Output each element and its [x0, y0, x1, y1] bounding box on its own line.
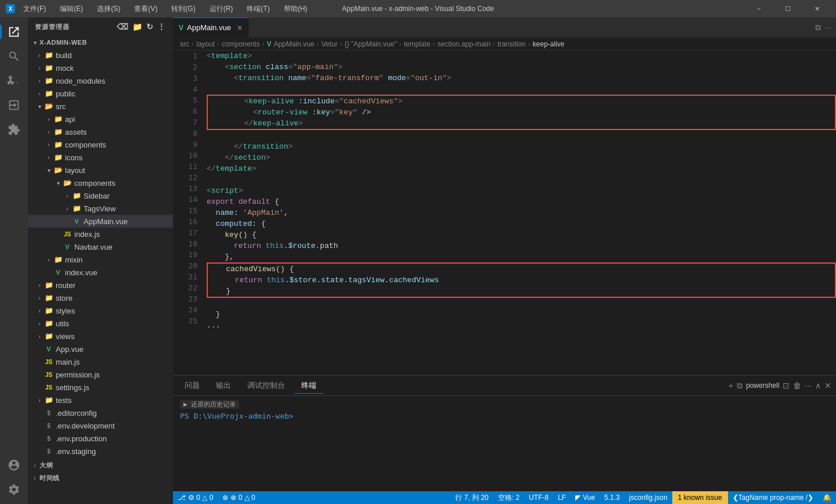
status-line-ending[interactable]: LF: [553, 491, 571, 504]
collapse-all-icon[interactable]: ⋮: [157, 22, 166, 31]
minimize-button[interactable]: −: [745, 0, 772, 17]
tree-item-src[interactable]: ▾ 📂 src: [28, 100, 173, 113]
tree-item-indexjs[interactable]: JS index.js: [28, 228, 173, 240]
crumb-obj[interactable]: {} "AppMain.vue": [345, 40, 397, 48]
tree-item-styles[interactable]: › 📁 styles: [28, 304, 173, 317]
tree-item-appmain[interactable]: V AppMain.vue: [28, 215, 173, 228]
crumb-template[interactable]: template: [403, 40, 430, 48]
crumb-components[interactable]: components: [222, 40, 260, 48]
tree-item-mainjs[interactable]: JS main.js: [28, 355, 173, 368]
tree-item-public[interactable]: › 📁 public: [28, 87, 173, 100]
tree-section-timeline[interactable]: › 时间线: [28, 471, 173, 484]
status-git-branch[interactable]: ⎇ ⚙ 0 △ 0: [173, 491, 218, 504]
tree-root[interactable]: ▾ X-ADMIN-WEB: [28, 36, 173, 49]
crumb-layout[interactable]: layout: [196, 40, 215, 48]
tree-item-tests[interactable]: › 📁 tests: [28, 394, 173, 406]
sidebar-header-icons[interactable]: ⌫ 📁 ↻ ⋮: [117, 22, 166, 31]
tree-item-layout[interactable]: ▾ 📂 layout: [28, 164, 173, 177]
maximize-button[interactable]: ☐: [774, 0, 801, 17]
tree-item-appvue[interactable]: V App.vue: [28, 343, 173, 355]
known-issue-badge[interactable]: 1 known issue: [672, 491, 728, 504]
crumb-transition[interactable]: transition: [498, 40, 526, 48]
crumb-section[interactable]: section.app-main: [437, 40, 490, 48]
close-button[interactable]: ✕: [803, 0, 830, 17]
activity-extensions[interactable]: [4, 120, 24, 139]
expand-icon[interactable]: ∧: [815, 381, 821, 390]
panel-tab-terminal[interactable]: 终端: [294, 378, 323, 394]
tree-item-tagsview[interactable]: › 📁 TagsView: [28, 202, 173, 215]
crumb-keepalive[interactable]: keep-alive: [533, 40, 565, 48]
activity-settings[interactable]: [4, 480, 24, 499]
crumb-vetur[interactable]: Vetur: [321, 40, 337, 48]
panel-tab-output[interactable]: 输出: [209, 378, 238, 394]
tree-item-settingsjs[interactable]: JS settings.js: [28, 381, 173, 394]
tree-item-icons[interactable]: › 📁 icons: [28, 151, 173, 164]
close-panel-icon[interactable]: ✕: [824, 381, 831, 390]
tree-item-utils[interactable]: › 📁 utils: [28, 317, 173, 330]
menu-file[interactable]: 文件(F): [20, 3, 49, 15]
tree-item-api[interactable]: › 📁 api: [28, 113, 173, 125]
tree-item-layout-components[interactable]: ▾ 📂 components: [28, 177, 173, 189]
new-file-icon[interactable]: ⌫: [117, 22, 129, 31]
split-terminal-icon[interactable]: ⧉: [737, 381, 743, 391]
tab-appmain[interactable]: V AppMain.vue ✕: [173, 17, 249, 37]
activity-search[interactable]: [4, 46, 24, 66]
panel-layout-icon[interactable]: ⊡: [783, 381, 790, 390]
activity-run[interactable]: [4, 95, 24, 115]
terminal-prompt-line[interactable]: PS D:\VueProjx-admin-web>: [180, 411, 829, 422]
status-encoding[interactable]: UTF-8: [524, 491, 553, 504]
status-spaces[interactable]: 空格: 2: [493, 491, 524, 504]
status-vue-version[interactable]: 5.1.3: [600, 491, 625, 504]
status-language[interactable]: ◤ Vue: [571, 491, 600, 504]
refresh-icon[interactable]: ↻: [146, 22, 154, 31]
menu-goto[interactable]: 转到(G): [168, 3, 199, 15]
more-actions-icon[interactable]: ···: [824, 23, 831, 32]
activity-source-control[interactable]: [4, 71, 24, 91]
menu-run[interactable]: 运行(R): [206, 3, 237, 15]
status-tag-name[interactable]: ❮TagName prop-name /❯: [728, 491, 818, 504]
add-terminal-icon[interactable]: +: [729, 381, 733, 390]
tree-item-mock[interactable]: › 📁 mock: [28, 62, 173, 74]
tree-item-sidebar[interactable]: › 📁 Sidebar: [28, 189, 173, 202]
menu-edit[interactable]: 编辑(E): [56, 3, 87, 15]
status-notifications[interactable]: 🔔: [818, 491, 836, 504]
tree-item-router[interactable]: › 📁 router: [28, 279, 173, 291]
split-editor-icon[interactable]: ⧉: [815, 23, 821, 33]
crumb-appmain[interactable]: AppMain.vue: [273, 40, 314, 48]
tree-item-env-staging[interactable]: $ .env.staging: [28, 445, 173, 458]
panel-tab-debug[interactable]: 调试控制台: [240, 378, 292, 394]
status-jsconfig[interactable]: jsconfig.json: [625, 491, 672, 504]
tree-item-store[interactable]: › 📁 store: [28, 291, 173, 304]
tree-item-editorconfig[interactable]: $ .editorconfig: [28, 406, 173, 419]
status-errors[interactable]: ⊗ ⊗ 0 △ 0: [218, 491, 260, 504]
tree-item-mixin[interactable]: › 📁 mixin: [28, 253, 173, 266]
new-folder-icon[interactable]: 📁: [132, 22, 143, 31]
menu-select[interactable]: 选择(S): [93, 3, 124, 15]
tree-item-indexvue[interactable]: V index.vue: [28, 266, 173, 279]
menu-terminal[interactable]: 终端(T): [243, 3, 273, 15]
activity-explorer[interactable]: [4, 22, 24, 42]
title-bar-menu[interactable]: 文件(F) 编辑(E) 选择(S) 查看(V) 转到(G) 运行(R) 终端(T…: [20, 3, 311, 15]
tab-close-button[interactable]: ✕: [237, 24, 243, 32]
panel-tab-icons[interactable]: + ⧉ powershell ⊡ 🗑 ··· ∧ ✕: [729, 381, 831, 391]
more-icon[interactable]: ···: [805, 381, 812, 390]
tree-item-permissionjs[interactable]: JS permission.js: [28, 368, 173, 381]
status-position[interactable]: 行 7, 列 20: [451, 491, 493, 504]
tree-item-node-modules[interactable]: › 📁 node_modules: [28, 74, 173, 87]
tree-item-env-prod[interactable]: $ .env.production: [28, 432, 173, 445]
tree-item-navbar[interactable]: V Navbar.vue: [28, 240, 173, 253]
tree-item-assets[interactable]: › 📁 assets: [28, 125, 173, 138]
delete-terminal-icon[interactable]: 🗑: [793, 381, 801, 390]
menu-view[interactable]: 查看(V): [131, 3, 161, 15]
crumb-src[interactable]: src: [180, 40, 189, 48]
tree-item-views[interactable]: › 📁 views: [28, 330, 173, 343]
code-area[interactable]: <template> <section class="app-main"> <t…: [202, 51, 836, 375]
tree-item-env-dev[interactable]: $ .env.development: [28, 419, 173, 432]
window-controls[interactable]: − ☐ ✕: [745, 0, 830, 17]
tree-item-build[interactable]: › 📁 build: [28, 49, 173, 62]
tree-section-outline[interactable]: › 大纲: [28, 459, 173, 471]
tree-item-components[interactable]: › 📁 components: [28, 138, 173, 151]
menu-help[interactable]: 帮助(H): [280, 3, 311, 15]
activity-account[interactable]: [4, 455, 24, 475]
panel-tab-problems[interactable]: 问题: [178, 378, 207, 394]
